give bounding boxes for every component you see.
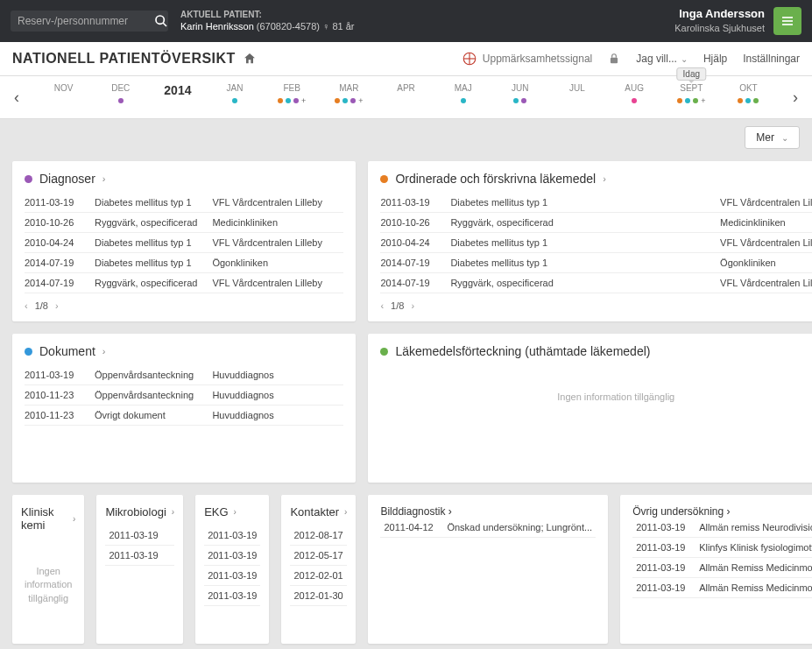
search-input[interactable]	[18, 15, 149, 27]
table-row[interactable]: 2014-07-19Ryggvärk, ospecificeradVFL Vår…	[25, 273, 343, 293]
home-icon[interactable]	[243, 52, 257, 66]
list-item[interactable]: 2012-08-17	[290, 526, 347, 546]
card-header-dokument[interactable]: Dokument ›	[25, 344, 343, 358]
search-icon[interactable]	[154, 14, 168, 28]
row-text: Ryggvärk, ospecificerad	[95, 278, 203, 288]
table-row[interactable]: 2010-10-26Ryggvärk, ospecificeradMedicin…	[380, 213, 812, 233]
row-date: 2010-11-23	[25, 390, 86, 400]
row-source: Huvuddiagnos	[212, 390, 343, 400]
card-header-kontakter[interactable]: Kontakter ›	[290, 505, 347, 518]
pager-next[interactable]: ›	[411, 300, 414, 311]
list-item[interactable]: 2011-03-19Allmän Remiss Medicinmott KSK.…	[632, 558, 812, 578]
list-item[interactable]: 2012-01-30	[290, 586, 347, 606]
list-item[interactable]: 2011-03-19	[105, 526, 174, 546]
attention-label: Uppmärksamhetssignal	[483, 53, 592, 65]
search-wrap[interactable]	[11, 11, 168, 32]
table-row[interactable]: 2014-07-19Diabetes mellitus typ 1Ögonkli…	[25, 253, 343, 273]
patient-label: AKTUELL PATIENT:	[180, 9, 354, 20]
pager-next[interactable]: ›	[55, 300, 59, 311]
month-jan[interactable]: JAN	[206, 83, 263, 105]
row-text: Diabetes mellitus typ 1	[450, 257, 711, 268]
row-text: Allmän Remiss Medicinmott KSK...	[699, 562, 812, 573]
list-item[interactable]: 2011-03-19Allmän remiss Neurodivisionen.…	[632, 518, 812, 538]
card-header-mikro[interactable]: Mikrobiologi ›	[105, 505, 174, 518]
list-item[interactable]: 2011-03-19	[204, 566, 260, 586]
table-row[interactable]: 2010-11-23ÖppenvårdsanteckningHuvuddiagn…	[25, 385, 343, 406]
month-aug[interactable]: AUG	[606, 83, 663, 105]
month-sept[interactable]: Idag SEPT +	[663, 83, 720, 105]
row-text: Diabetes mellitus typ 1	[95, 237, 203, 248]
table-row[interactable]: 2011-03-19Diabetes mellitus typ 1VFL Vår…	[380, 193, 812, 213]
table-row[interactable]: 2011-03-19Diabetes mellitus typ 1VFL Vår…	[25, 193, 343, 213]
month-jun[interactable]: JUN	[491, 83, 548, 105]
table-row[interactable]: 2010-11-23Övrigt dokumentHuvuddiagnos	[25, 406, 343, 426]
list-item[interactable]: 2011-03-19	[204, 546, 260, 566]
attention-icon	[462, 51, 477, 67]
table-row[interactable]: 2010-04-24Diabetes mellitus typ 1VFL Vår…	[25, 233, 343, 253]
card-header-lakemedel[interactable]: Läkemedelsförteckning (uthämtade läkemed…	[380, 344, 812, 358]
row-source: Huvuddiagnos	[212, 370, 343, 380]
month-dec[interactable]: DEC	[92, 83, 149, 105]
chevron-right-icon: ›	[603, 173, 606, 184]
card-title: Dokument	[39, 344, 95, 358]
row-source: Ögonkliniken	[212, 257, 343, 268]
patient-name: Karin Henriksson	[180, 21, 254, 32]
month-jul[interactable]: JUL	[548, 83, 605, 105]
settings-link[interactable]: Inställningar	[743, 53, 800, 65]
row-date: 2011-03-19	[25, 197, 86, 208]
row-text: Diabetes mellitus typ 1	[95, 257, 203, 268]
mer-label: Mer	[756, 131, 774, 144]
row-date: 2011-03-19	[636, 542, 692, 553]
pager-prev[interactable]: ‹	[25, 300, 28, 311]
list-item[interactable]: 2011-03-19Allmän Remiss Medicinmott KSK.…	[632, 578, 812, 598]
month-okt[interactable]: OKT	[720, 83, 777, 105]
card-header-bild[interactable]: Bilddiagnostik ›	[380, 505, 596, 518]
jag-vill-dropdown[interactable]: Jag vill... ⌄	[636, 53, 688, 65]
row-date: 2010-04-24	[25, 237, 86, 248]
list-item[interactable]: 2011-03-19	[204, 526, 260, 546]
row-source: Medicinkliniken	[720, 217, 812, 228]
table-row[interactable]: 2010-04-24Diabetes mellitus typ 1VFL Vår…	[380, 233, 812, 253]
help-link[interactable]: Hjälp	[703, 53, 727, 65]
table-row[interactable]: 2010-10-26Ryggvärk, ospecificeradMedicin…	[25, 213, 343, 233]
list-item[interactable]: 2012-02-01	[290, 566, 347, 586]
status-dot	[380, 348, 388, 356]
menu-button[interactable]	[773, 7, 801, 35]
card-header-klinisk[interactable]: Klinisk kemi ›	[21, 505, 75, 532]
month-feb[interactable]: FEB+	[264, 83, 321, 105]
list-item[interactable]: 2011-04-12Önskad undersökning; Lungrönt.…	[380, 518, 596, 538]
row-source: VFL Vårdcentralen Lilleby	[720, 197, 812, 208]
timeline-next[interactable]: ›	[787, 83, 803, 112]
mer-button[interactable]: Mer ⌄	[745, 126, 800, 149]
month-apr[interactable]: APR	[378, 83, 434, 105]
card-header-ordinerade[interactable]: Ordinerade och förskrivna läkemedel ›	[380, 172, 812, 186]
patient-age: 81 år	[332, 21, 354, 32]
list-item[interactable]: 2011-03-19Klinfys Klinisk fysiologimott …	[632, 538, 812, 558]
chevron-right-icon: ›	[102, 346, 106, 356]
table-row[interactable]: 2011-03-19ÖppenvårdsanteckningHuvuddiagn…	[25, 365, 343, 385]
card-header-ekg[interactable]: EKG ›	[204, 505, 260, 518]
month-nov[interactable]: NOV	[35, 83, 92, 105]
status-dot	[380, 175, 388, 183]
table-row[interactable]: 2014-07-19Ryggvärk, ospecificeradVFL Vår…	[380, 273, 812, 293]
card-header-diagnoser[interactable]: Diagnoser ›	[25, 172, 343, 186]
card-title: Övrig undersökning	[632, 505, 724, 518]
table-row[interactable]: 2014-07-19Diabetes mellitus typ 1Ögonkli…	[380, 253, 812, 273]
page-title: NATIONELL PATIENTÖVERSIKT	[12, 51, 236, 67]
facility: Karolinska Sjukhuset	[674, 22, 765, 34]
list-item[interactable]: 2011-03-19	[204, 586, 260, 606]
lock-icon[interactable]	[608, 53, 620, 65]
card-header-ovrig[interactable]: Övrig undersökning ›	[632, 505, 812, 518]
card-ovrig: Övrig undersökning › 2011-03-19Allmän re…	[620, 495, 812, 644]
month-mar[interactable]: MAR+	[321, 83, 378, 105]
row-text: Ryggvärk, ospecificerad	[95, 217, 203, 228]
row-source: VFL Vårdcentralen Lilleby	[720, 278, 812, 288]
empty-message: Ingen information tillgänglig	[21, 539, 75, 631]
row-date: 2010-10-26	[380, 217, 441, 228]
month-2014[interactable]: 2014	[149, 83, 206, 109]
attention-signal[interactable]: Uppmärksamhetssignal	[462, 51, 592, 67]
list-item[interactable]: 2011-03-19	[105, 546, 174, 566]
month-maj[interactable]: MAJ	[434, 83, 491, 105]
list-item[interactable]: 2012-05-17	[290, 546, 347, 566]
pager-prev[interactable]: ‹	[380, 300, 384, 311]
